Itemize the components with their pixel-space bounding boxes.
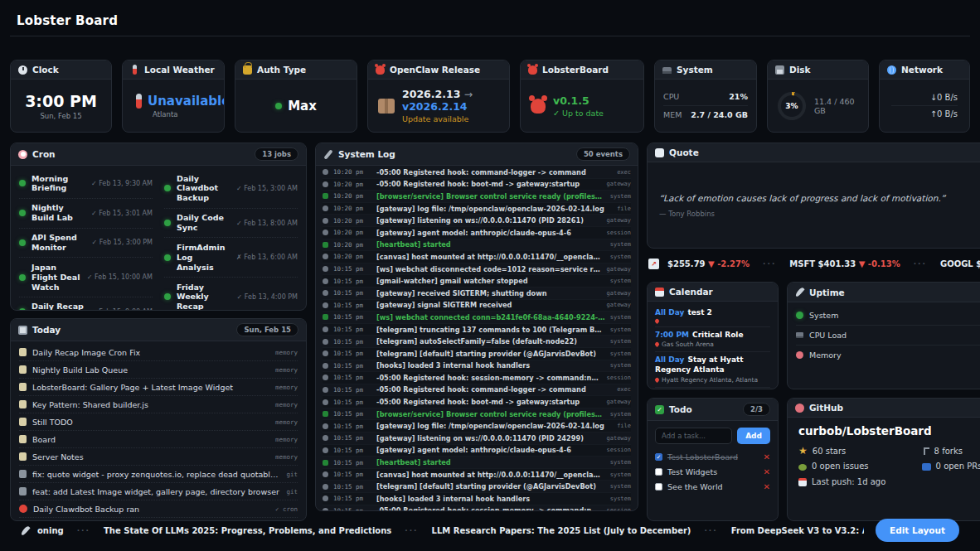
event-location: Hyatt Regency Atlanta, Atlanta bbox=[662, 376, 758, 384]
edit-layout-button[interactable]: Edit Layout bbox=[876, 519, 959, 542]
log-tag: system bbox=[610, 411, 631, 418]
disk-usage-donut: 3% bbox=[778, 92, 806, 120]
log-status-icon bbox=[323, 205, 328, 211]
cron-job-last-run: ✓ Feb 13, 8:00 AM bbox=[236, 220, 298, 227]
log-row: 10:15 pm [gmail-watcher] gmail watcher s… bbox=[323, 275, 631, 288]
log-entry-list[interactable]: 10:20 pm -05:00 Registered hook: command… bbox=[316, 166, 638, 510]
uptime-label: System bbox=[809, 311, 980, 320]
log-time: 10:15 pm bbox=[333, 289, 371, 297]
widget-title: Today bbox=[32, 325, 61, 335]
cron-job-last-run: ✓ Feb 15, 10:00 AM bbox=[87, 273, 153, 281]
today-item-icon bbox=[19, 418, 27, 426]
network-down: ↓0 B/s bbox=[891, 89, 958, 106]
event-time: All Day bbox=[655, 308, 684, 317]
log-status-icon bbox=[323, 314, 328, 320]
log-tag: system bbox=[610, 471, 631, 478]
cron-job-name: Daily Clawdbot Backup bbox=[177, 174, 230, 204]
today-item-icon bbox=[19, 505, 27, 513]
uptime-widget: Uptime System 17h 35m CPU bbox=[787, 282, 980, 389]
stock-symbol: MSFT bbox=[789, 259, 815, 268]
mem-value: 2.7 / 24.0 GB bbox=[691, 110, 748, 119]
log-tag: exec bbox=[617, 386, 631, 393]
news-headline[interactable]: oning bbox=[37, 526, 64, 535]
log-tag: session bbox=[606, 230, 631, 236]
log-time: 10:20 pm bbox=[333, 205, 371, 212]
today-widget: Today Sun, Feb 15 Daily Recap Image Cron… bbox=[10, 318, 307, 521]
log-message: [browser/service] Browser control servic… bbox=[376, 410, 605, 418]
log-time: 10:20 pm bbox=[333, 192, 371, 200]
remove-task-button[interactable]: ✕ bbox=[764, 482, 770, 491]
cpu-label: CPU bbox=[663, 92, 679, 101]
log-message: [telegram] [default] starting provider (… bbox=[376, 482, 605, 491]
log-time: 10:15 pm bbox=[333, 507, 371, 510]
cron-job-name: Japan Flight Deal Watch bbox=[32, 263, 81, 292]
log-row: 10:15 pm -05:00 Registered hook: session… bbox=[323, 372, 631, 384]
event-location-row bbox=[655, 319, 770, 323]
add-task-button[interactable]: Add bbox=[737, 428, 770, 444]
wrench-icon bbox=[323, 149, 332, 160]
log-status-icon bbox=[323, 326, 328, 332]
cron-job-row: FirmAdmin Log Analysis ✗ Feb 13, 6:00 AM bbox=[164, 238, 298, 278]
job-status-dot-icon bbox=[19, 239, 26, 246]
globe-icon bbox=[887, 65, 896, 75]
log-status-icon bbox=[323, 495, 328, 501]
news-ticker: oning ··· The State Of LLMs 2025: Progre… bbox=[37, 526, 864, 535]
log-row: 10:15 pm [ws] webchat disconnected code=… bbox=[323, 263, 631, 276]
log-status-icon bbox=[323, 460, 328, 466]
release-current: 2026.2.13 bbox=[402, 88, 460, 100]
log-message: [canvas] host mounted at http://0.0.0.0:… bbox=[376, 471, 605, 479]
clock-widget: Clock 3:00 PM Sun, Feb 15 bbox=[10, 60, 112, 133]
event-name: Critical Role bbox=[692, 331, 743, 339]
remove-task-button[interactable]: ✕ bbox=[764, 452, 770, 462]
log-time: 10:15 pm bbox=[333, 410, 371, 418]
log-row: 10:15 pm [gateway] log file: /tmp/opencl… bbox=[323, 420, 631, 433]
log-tag: gateway bbox=[606, 266, 631, 273]
job-status-dot-icon bbox=[19, 308, 26, 311]
ticker-separator: ··· bbox=[405, 526, 418, 534]
cron-job-name: API Spend Monitor bbox=[32, 233, 86, 253]
prs-count: 0 open PRs bbox=[936, 462, 980, 471]
today-item-icon bbox=[19, 435, 27, 443]
todo-checkbox[interactable] bbox=[655, 453, 662, 461]
log-time: 10:15 pm bbox=[333, 434, 371, 442]
log-tag: system bbox=[610, 362, 631, 369]
release-next-link[interactable]: v2026.2.14 bbox=[402, 100, 468, 113]
cron-job-last-run: ✓ Feb 15, 3:00 AM bbox=[236, 185, 298, 192]
log-status-icon bbox=[323, 302, 328, 308]
job-status-dot-icon bbox=[164, 293, 171, 300]
log-time: 10:15 pm bbox=[333, 495, 371, 502]
log-tag: system bbox=[610, 495, 631, 502]
log-time: 10:15 pm bbox=[333, 386, 371, 394]
today-item-tag: memory bbox=[275, 436, 298, 443]
log-tag: gateway bbox=[606, 217, 631, 224]
todo-checkbox[interactable] bbox=[655, 468, 662, 476]
clock-icon bbox=[18, 65, 27, 75]
remove-task-button[interactable]: ✕ bbox=[764, 467, 770, 476]
today-item-text: LobsterBoard: Gallery Page + Latest Imag… bbox=[32, 383, 269, 392]
mem-label: MEM bbox=[663, 110, 682, 119]
cron-job-name: FirmAdmin Log Analysis bbox=[177, 243, 230, 273]
widget-title: LobsterBoard bbox=[542, 65, 609, 75]
today-item-icon bbox=[19, 470, 27, 478]
stock-quote: $255.79 ▼ -2.27% bbox=[667, 259, 750, 268]
todo-checkbox[interactable] bbox=[655, 483, 662, 491]
log-time: 10:15 pm bbox=[333, 338, 371, 346]
log-tag: gateway bbox=[606, 290, 631, 297]
log-status-icon bbox=[323, 339, 328, 345]
log-message: [hooks] loaded 3 internal hook handlers bbox=[376, 495, 605, 503]
github-repo-name[interactable]: curbob/LobsterBoard bbox=[798, 424, 980, 437]
news-headline[interactable]: LLM Research Papers: The 2025 List (July… bbox=[432, 526, 691, 535]
cron-job-row: Daily Recap Image ✓ Feb 15, 9:00 AM bbox=[19, 297, 153, 311]
log-row: 10:15 pm [canvas] host mounted at http:/… bbox=[323, 469, 631, 481]
add-task-input[interactable] bbox=[655, 428, 732, 444]
news-headline[interactable]: The State Of LLMs 2025: Progress, Proble… bbox=[104, 526, 391, 535]
log-tag: system bbox=[610, 459, 631, 466]
today-item-text: Daily Recap Image Cron Fix bbox=[32, 348, 269, 357]
event-location-row: Gas South Arena bbox=[655, 341, 770, 348]
log-tag: gateway bbox=[606, 399, 631, 405]
today-item-tag: memory bbox=[275, 366, 298, 374]
todo-row: See the World ✕ bbox=[655, 479, 770, 494]
today-item-icon bbox=[19, 487, 27, 495]
log-time: 10:15 pm bbox=[333, 459, 371, 466]
news-headline[interactable]: From DeepSeek V3 to V3.2: Architecture, … bbox=[731, 526, 864, 535]
